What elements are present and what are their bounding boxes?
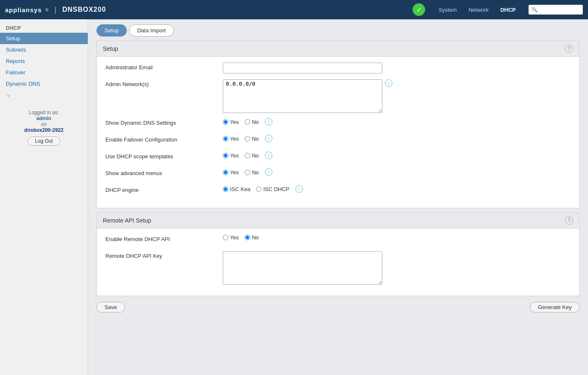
enable-failover-no-radio[interactable] [245,136,250,142]
remote-api-section-header: Remote API Setup ? [97,213,579,228]
remote-api-section-title: Remote API Setup [103,217,151,224]
sidebar-item-subnets[interactable]: Subnets [0,44,88,55]
remote-api-key-row: Remote DHCP API Key [105,251,571,285]
sidebar-item-failover[interactable]: Failover [0,67,88,78]
tab-setup[interactable]: Setup [97,24,127,37]
scope-templates-no-radio[interactable] [245,153,250,158]
logout-button[interactable]: Log Out [28,136,60,146]
dhcp-engine-label: DHCP engine [105,185,223,193]
nav-links: System Network DHCP [433,4,522,16]
no-label-5: No [252,234,259,241]
logo-menu-icon[interactable]: ≡ [45,6,49,13]
search-box[interactable]: 🔍 [528,5,583,15]
show-advanced-label: Show advanced menus [105,168,223,176]
scope-templates-yes-radio[interactable] [223,153,228,158]
show-advanced-yes-radio[interactable] [223,170,228,175]
admin-networks-info-icon[interactable]: i [385,79,392,87]
tabs: Setup Data Import [97,24,580,37]
setup-help-icon[interactable]: ? [565,45,573,53]
enable-remote-api-no-radio[interactable] [245,235,250,240]
sidebar-item-dynamic-dns[interactable]: Dynamic DNS [0,78,88,89]
show-advanced-yes[interactable]: Yes [223,169,239,176]
show-advanced-no-radio[interactable] [245,170,250,175]
enable-remote-api-yes-radio[interactable] [223,235,228,240]
dhcp-engine-radios: ISC Kea ISC DHCP i [223,185,303,193]
remote-api-help-icon[interactable]: ? [565,216,573,225]
search-input[interactable] [539,7,580,13]
enable-failover-yes[interactable]: Yes [223,136,239,142]
show-dynamic-dns-control: Yes No i [223,118,571,126]
enable-failover-label: Enable Failover Configuration [105,135,223,143]
enable-failover-row: Enable Failover Configuration Yes No [105,135,571,147]
layout: DHCP Setup Subnets Reports Failover Dyna… [0,19,588,375]
remote-api-key-label: Remote DHCP API Key [105,251,223,259]
sidebar-expand-icon[interactable]: ⌄ [0,89,88,100]
enable-remote-api-no[interactable]: No [245,234,259,241]
setup-section-body: Administrator Email Admin Network(s) i S… [97,57,579,208]
sidebar-title: DHCP [0,23,88,33]
show-dynamic-dns-no[interactable]: No [245,119,259,125]
admin-networks-control: i [223,79,571,113]
scope-templates-control: Yes No i [223,152,571,159]
show-dynamic-dns-yes[interactable]: Yes [223,119,239,125]
enable-failover-no[interactable]: No [245,136,259,142]
no-label-4: No [252,169,259,176]
no-label-3: No [252,152,259,159]
admin-networks-row: Admin Network(s) i [105,79,571,113]
logged-in-label: Logged in as: [6,110,82,115]
dhcp-engine-control: ISC Kea ISC DHCP i [223,185,571,193]
dhcp-engine-row: DHCP engine ISC Kea ISC DHCP i [105,185,571,197]
logo-divider: | [55,5,57,14]
generate-key-button[interactable]: Generate Key [530,302,580,312]
header: appliansys ≡ | DNSBOX200 ✓ System Networ… [0,0,588,19]
show-advanced-no[interactable]: No [245,169,259,176]
show-dynamic-dns-no-radio[interactable] [245,119,250,125]
show-advanced-radios: Yes No i [223,168,272,176]
show-advanced-info-icon[interactable]: i [265,168,272,176]
logo-appliansys: appliansys [5,6,42,13]
enable-failover-yes-radio[interactable] [223,136,228,142]
scope-templates-no[interactable]: No [245,152,259,159]
no-label-1: No [252,119,259,125]
dhcp-engine-isc-dhcp-radio[interactable] [256,186,261,192]
save-button[interactable]: Save [97,302,125,312]
admin-email-input[interactable] [223,63,382,73]
nav-dhcp[interactable]: DHCP [494,4,522,16]
logo-area: appliansys ≡ | DNSBOX200 [5,5,106,14]
sidebar-item-reports[interactable]: Reports [0,55,88,67]
show-dynamic-dns-info-icon[interactable]: i [265,118,272,126]
admin-email-row: Administrator Email [105,63,571,74]
enable-remote-api-yes[interactable]: Yes [223,234,239,241]
admin-networks-textarea[interactable] [223,79,382,113]
scope-templates-radios: Yes No i [223,152,272,159]
nav-network[interactable]: Network [463,4,494,16]
product-name: DNSBOX200 [62,6,106,13]
yes-label-4: Yes [230,169,239,176]
scope-templates-yes[interactable]: Yes [223,152,239,159]
yes-label-1: Yes [230,119,239,125]
nav-system[interactable]: System [433,4,463,16]
enable-failover-control: Yes No i [223,135,571,142]
logged-in-hostname: dnsbox200-2922 [6,127,82,133]
dhcp-engine-isc-kea[interactable]: ISC Kea [223,186,250,192]
enable-failover-radios: Yes No i [223,135,272,142]
dhcp-engine-isc-kea-radio[interactable] [223,186,228,192]
enable-remote-api-radios: Yes No [223,234,259,241]
show-dynamic-dns-row: Show Dynamic DNS Settings Yes No i [105,118,571,130]
show-dynamic-dns-yes-radio[interactable] [223,119,228,125]
scope-templates-info-icon[interactable]: i [265,152,272,159]
dhcp-engine-info-icon[interactable]: i [295,185,303,193]
tab-data-import[interactable]: Data Import [129,24,174,37]
show-dynamic-dns-radios: Yes No i [223,118,272,126]
yes-label-2: Yes [230,136,239,142]
dhcp-engine-isc-dhcp[interactable]: ISC DHCP [256,186,289,192]
status-icon: ✓ [413,3,425,16]
admin-networks-label: Admin Network(s) [105,79,223,87]
show-advanced-control: Yes No i [223,168,571,176]
enable-failover-info-icon[interactable]: i [265,135,272,142]
admin-email-label: Administrator Email [105,63,223,71]
sidebar-item-setup[interactable]: Setup [0,33,88,44]
setup-section: Setup ? Administrator Email Admin Networ… [97,41,580,208]
setup-section-header: Setup ? [97,41,579,57]
remote-api-key-textarea[interactable] [223,251,382,285]
